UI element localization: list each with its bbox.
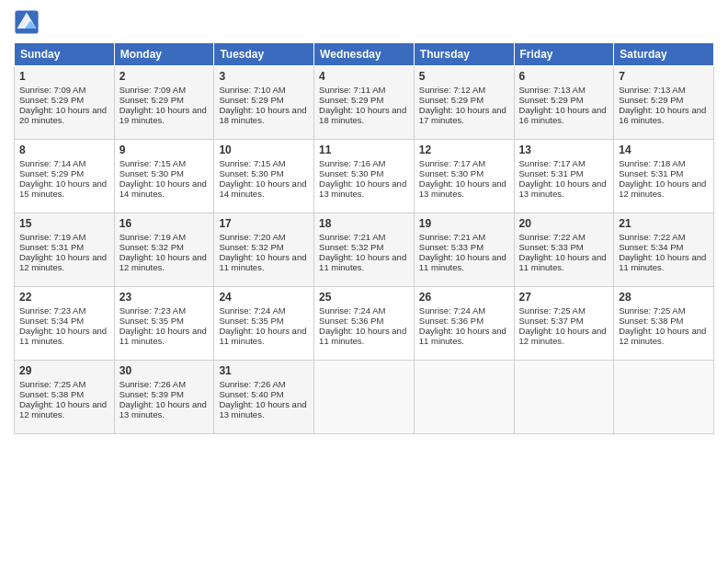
sunset: Sunset: 5:29 PM: [119, 95, 184, 105]
daylight: Daylight: 10 hours and 15 minutes.: [19, 178, 107, 199]
calendar-cell: 10Sunrise: 7:15 AMSunset: 5:30 PMDayligh…: [214, 140, 314, 213]
day-number: 19: [419, 217, 509, 230]
logo: [14, 9, 43, 35]
day-number: 8: [19, 144, 109, 156]
daylight: Daylight: 10 hours and 11 minutes.: [19, 326, 107, 346]
day-number: 16: [119, 217, 210, 230]
sunset: Sunset: 5:29 PM: [619, 95, 683, 105]
calendar-cell: 14Sunrise: 7:18 AMSunset: 5:31 PMDayligh…: [614, 140, 714, 213]
sunrise: Sunrise: 7:10 AM: [219, 85, 285, 95]
sunset: Sunset: 5:30 PM: [319, 168, 383, 178]
calendar-cell: 5Sunrise: 7:12 AMSunset: 5:29 PMDaylight…: [414, 66, 514, 140]
sunset: Sunset: 5:31 PM: [19, 242, 84, 252]
sunrise: Sunrise: 7:19 AM: [119, 232, 186, 242]
calendar-week-3: 15Sunrise: 7:19 AMSunset: 5:31 PMDayligh…: [15, 213, 714, 287]
day-number: 28: [619, 291, 709, 304]
sunset: Sunset: 5:30 PM: [419, 168, 483, 178]
sunrise: Sunrise: 7:23 AM: [119, 305, 186, 316]
day-number: 7: [619, 70, 709, 83]
calendar-week-4: 22Sunrise: 7:23 AMSunset: 5:34 PMDayligh…: [15, 287, 714, 361]
sunrise: Sunrise: 7:26 AM: [119, 379, 186, 389]
calendar-cell: 12Sunrise: 7:17 AMSunset: 5:30 PMDayligh…: [414, 140, 514, 213]
col-header-sunday: Sunday: [15, 43, 115, 66]
sunset: Sunset: 5:32 PM: [219, 242, 283, 252]
sunrise: Sunrise: 7:14 AM: [19, 158, 85, 168]
calendar-cell: 23Sunrise: 7:23 AMSunset: 5:35 PMDayligh…: [114, 287, 214, 361]
sunset: Sunset: 5:36 PM: [419, 316, 483, 326]
sunrise: Sunrise: 7:18 AM: [619, 158, 685, 168]
daylight: Daylight: 10 hours and 14 minutes.: [119, 178, 207, 199]
calendar-cell: 25Sunrise: 7:24 AMSunset: 5:36 PMDayligh…: [314, 287, 415, 361]
sunrise: Sunrise: 7:15 AM: [219, 158, 285, 168]
daylight: Daylight: 10 hours and 13 minutes.: [119, 399, 207, 419]
day-number: 30: [119, 364, 210, 377]
calendar-week-1: 1Sunrise: 7:09 AMSunset: 5:29 PMDaylight…: [15, 66, 714, 140]
sunrise: Sunrise: 7:12 AM: [419, 85, 485, 95]
daylight: Daylight: 10 hours and 14 minutes.: [219, 178, 306, 199]
sunset: Sunset: 5:33 PM: [519, 242, 584, 252]
daylight: Daylight: 10 hours and 11 minutes.: [119, 326, 207, 346]
col-header-saturday: Saturday: [614, 43, 714, 66]
sunrise: Sunrise: 7:21 AM: [319, 232, 385, 242]
sunrise: Sunrise: 7:17 AM: [419, 158, 485, 168]
daylight: Daylight: 10 hours and 11 minutes.: [219, 326, 306, 346]
calendar-cell: 20Sunrise: 7:22 AMSunset: 5:33 PMDayligh…: [514, 213, 614, 287]
sunset: Sunset: 5:29 PM: [419, 95, 483, 105]
sunset: Sunset: 5:30 PM: [219, 168, 283, 178]
calendar-cell: 8Sunrise: 7:14 AMSunset: 5:29 PMDaylight…: [15, 140, 115, 213]
sunrise: Sunrise: 7:20 AM: [219, 232, 285, 242]
calendar-cell: 15Sunrise: 7:19 AMSunset: 5:31 PMDayligh…: [15, 213, 115, 287]
daylight: Daylight: 10 hours and 18 minutes.: [219, 105, 306, 125]
sunrise: Sunrise: 7:13 AM: [519, 85, 586, 95]
day-number: 3: [219, 70, 309, 83]
calendar-cell: 31Sunrise: 7:26 AMSunset: 5:40 PMDayligh…: [214, 361, 314, 434]
sunset: Sunset: 5:37 PM: [519, 316, 584, 326]
calendar-cell: 26Sunrise: 7:24 AMSunset: 5:36 PMDayligh…: [414, 287, 514, 361]
day-number: 6: [519, 70, 609, 83]
daylight: Daylight: 10 hours and 11 minutes.: [319, 252, 406, 272]
daylight: Daylight: 10 hours and 13 minutes.: [219, 399, 306, 419]
sunset: Sunset: 5:29 PM: [19, 168, 84, 178]
logo-icon: [14, 9, 40, 35]
day-number: 24: [219, 291, 309, 304]
calendar-cell: 29Sunrise: 7:25 AMSunset: 5:38 PMDayligh…: [15, 361, 115, 434]
calendar-cell: 24Sunrise: 7:24 AMSunset: 5:35 PMDayligh…: [214, 287, 314, 361]
calendar-cell: 16Sunrise: 7:19 AMSunset: 5:32 PMDayligh…: [114, 213, 214, 287]
daylight: Daylight: 10 hours and 18 minutes.: [319, 105, 406, 125]
sunset: Sunset: 5:38 PM: [19, 389, 84, 399]
daylight: Daylight: 10 hours and 16 minutes.: [519, 105, 607, 125]
daylight: Daylight: 10 hours and 11 minutes.: [619, 252, 706, 272]
header: [14, 9, 714, 35]
calendar-cell: 30Sunrise: 7:26 AMSunset: 5:39 PMDayligh…: [114, 361, 214, 434]
sunrise: Sunrise: 7:25 AM: [619, 305, 685, 316]
sunset: Sunset: 5:31 PM: [519, 168, 584, 178]
page-container: SundayMondayTuesdayWednesdayThursdayFrid…: [0, 0, 728, 443]
daylight: Daylight: 10 hours and 13 minutes.: [319, 178, 406, 199]
sunrise: Sunrise: 7:09 AM: [19, 85, 85, 95]
sunrise: Sunrise: 7:15 AM: [119, 158, 186, 168]
sunset: Sunset: 5:38 PM: [619, 316, 683, 326]
daylight: Daylight: 10 hours and 12 minutes.: [619, 178, 706, 199]
col-header-tuesday: Tuesday: [214, 43, 314, 66]
calendar-cell: 21Sunrise: 7:22 AMSunset: 5:34 PMDayligh…: [614, 213, 714, 287]
day-number: 14: [619, 144, 709, 156]
sunrise: Sunrise: 7:16 AM: [319, 158, 385, 168]
day-number: 27: [519, 291, 609, 304]
day-number: 18: [319, 217, 409, 230]
calendar-cell: 7Sunrise: 7:13 AMSunset: 5:29 PMDaylight…: [614, 66, 714, 140]
sunrise: Sunrise: 7:22 AM: [619, 232, 685, 242]
calendar-cell: 9Sunrise: 7:15 AMSunset: 5:30 PMDaylight…: [114, 140, 214, 213]
calendar-cell: [514, 361, 614, 434]
sunrise: Sunrise: 7:11 AM: [319, 85, 385, 95]
day-number: 17: [219, 217, 309, 230]
daylight: Daylight: 10 hours and 11 minutes.: [519, 252, 607, 272]
daylight: Daylight: 10 hours and 12 minutes.: [519, 326, 607, 346]
day-number: 31: [219, 364, 309, 377]
daylight: Daylight: 10 hours and 12 minutes.: [19, 252, 107, 272]
day-number: 10: [219, 144, 309, 156]
sunrise: Sunrise: 7:25 AM: [519, 305, 586, 316]
calendar-cell: 4Sunrise: 7:11 AMSunset: 5:29 PMDaylight…: [314, 66, 415, 140]
day-number: 21: [619, 217, 709, 230]
sunrise: Sunrise: 7:25 AM: [19, 379, 85, 389]
sunset: Sunset: 5:39 PM: [119, 389, 184, 399]
